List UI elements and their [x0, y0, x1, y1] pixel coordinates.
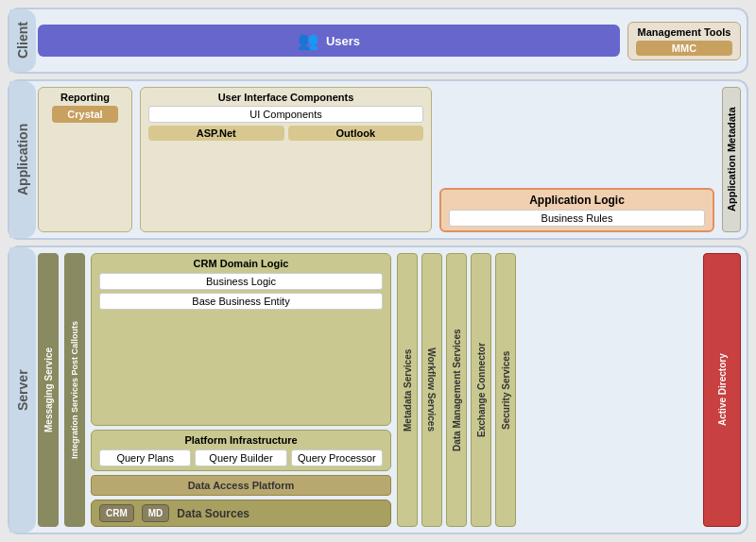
query-plans: Query Plans [99, 449, 191, 466]
crm-domain-title: CRM Domain Logic [99, 258, 383, 269]
business-rules: Business Rules [449, 210, 705, 227]
crystal-button[interactable]: Crystal [52, 106, 117, 123]
crm-domain-box: CRM Domain Logic Business Logic Base Bus… [91, 253, 391, 426]
users-icon: 👥 [298, 30, 318, 51]
reporting-title: Reporting [60, 92, 110, 103]
application-label: Application [9, 81, 36, 238]
client-section: Client 👥 Users Management Tools MMC [8, 8, 748, 74]
platform-box: Platform Infrastructure Query Plans Quer… [91, 430, 391, 471]
server-inner: Messaging Service Integration Services P… [38, 253, 741, 527]
active-directory: Active Directory [703, 253, 741, 527]
integration-services: Integration Services Post Callouts [64, 253, 85, 527]
data-sources-label: Data Sources [177, 507, 249, 520]
asp-net-label: ASP.Net [148, 126, 284, 141]
users-box: 👥 Users [38, 25, 620, 57]
data-sources-box: CRM MD Data Sources [91, 500, 391, 527]
client-label: Client [9, 9, 36, 72]
users-label: Users [326, 34, 360, 48]
outlook-label: Outlook [288, 126, 424, 141]
management-tools-box: Management Tools MMC [627, 22, 741, 60]
query-processor: Query Processor [291, 449, 383, 466]
md-badge: MD [142, 504, 170, 522]
crm-badge: CRM [99, 504, 134, 522]
app-inner: Reporting Crystal User Interface Compone… [38, 87, 741, 232]
messaging-service: Messaging Service [38, 253, 59, 527]
exchange-connector: Exchange Connector [471, 253, 491, 527]
security-services: Security Services [495, 253, 516, 527]
base-business-row: Base Business Entity [99, 293, 383, 310]
app-logic-title: Application Logic [449, 194, 705, 207]
ui-components-title: User Interface Components [148, 92, 423, 103]
ui-components-row: UI Components [148, 106, 423, 123]
management-tools-title: Management Tools [636, 26, 732, 38]
ui-components-box: User Interface Components UI Components … [140, 87, 432, 232]
workflow-services: Workflow Services [421, 253, 442, 527]
data-access-box: Data Access Platform [91, 475, 391, 496]
server-section: Server Messaging Service Integration Ser… [8, 246, 748, 534]
main-container: Client 👥 Users Management Tools MMC Appl… [0, 0, 756, 542]
mmc-label: MMC [636, 41, 732, 56]
platform-row: Query Plans Query Builder Query Processo… [99, 449, 383, 466]
data-management-services: Data Management Services [446, 253, 467, 527]
app-logic-outer: Application Logic Business Rules [439, 87, 714, 232]
ui-split-row: ASP.Net Outlook [148, 126, 423, 141]
platform-title: Platform Infrastructure [99, 434, 383, 446]
application-section: Application Reporting Crystal User Inter… [8, 79, 748, 240]
business-logic-row: Business Logic [99, 273, 383, 290]
reporting-box: Reporting Crystal [38, 87, 132, 232]
metadata-services: Metadata Services [397, 253, 418, 527]
server-label: Server [9, 247, 36, 533]
right-verts: Metadata Services Workflow Services Data… [397, 253, 697, 527]
client-inner: 👥 Users Management Tools MMC [38, 15, 741, 66]
server-main: CRM Domain Logic Business Logic Base Bus… [91, 253, 391, 527]
app-logic-box: Application Logic Business Rules [439, 188, 714, 232]
app-metadata: Application Metadata [722, 87, 741, 232]
query-builder: Query Builder [195, 449, 286, 466]
workflow-label: Workflow Services [427, 348, 438, 432]
